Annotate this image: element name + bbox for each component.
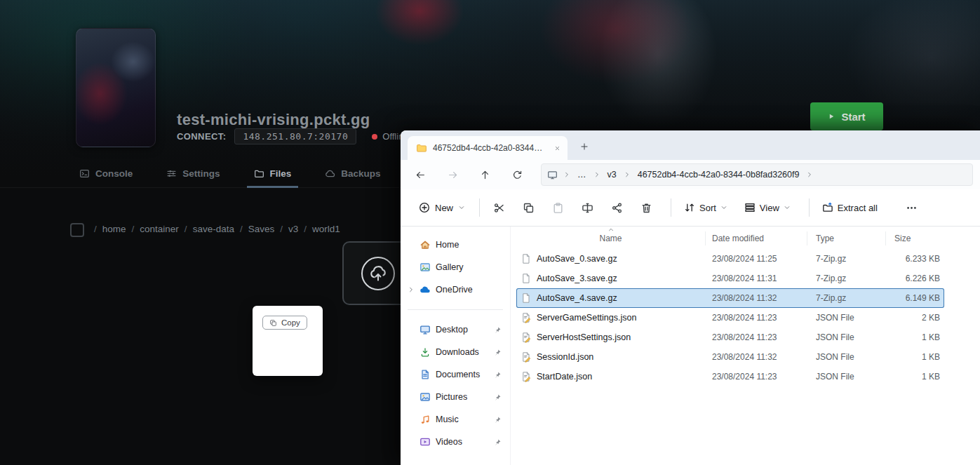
file-date-modified: 23/08/2024 11:23 bbox=[706, 313, 807, 323]
address-segment[interactable]: … bbox=[573, 168, 591, 181]
breadcrumb-segment[interactable]: save-data bbox=[193, 224, 234, 234]
up-button[interactable] bbox=[474, 164, 496, 185]
view-icon bbox=[744, 202, 756, 213]
toolbar-divider bbox=[809, 198, 810, 217]
file-icon bbox=[521, 253, 532, 264]
sort-button-label: Sort bbox=[699, 203, 716, 213]
file-type: 7-Zip.gz bbox=[807, 274, 886, 283]
new-tab-button[interactable] bbox=[577, 140, 591, 154]
file-row[interactable]: AutoSave_0.save.gz23/08/2024 11:257-Zip.… bbox=[516, 249, 944, 269]
sidebar-item-pictures[interactable]: Pictures bbox=[403, 386, 507, 408]
explorer-tab[interactable]: 46752db4-4ccb-42a0-8344-0b8fad3260f9 bbox=[408, 136, 568, 160]
breadcrumb-segment[interactable]: Saves bbox=[248, 224, 275, 234]
sort-button[interactable]: Sort bbox=[678, 198, 733, 217]
chevron-right-icon bbox=[806, 171, 813, 178]
share-button[interactable] bbox=[605, 196, 629, 220]
json-file-icon bbox=[521, 332, 532, 343]
more-options-button[interactable] bbox=[900, 196, 924, 220]
copy-file-button[interactable] bbox=[516, 196, 540, 220]
breadcrumb-segment[interactable]: world1 bbox=[312, 224, 340, 234]
forward-button[interactable] bbox=[441, 164, 464, 185]
breadcrumb-segment[interactable]: v3 bbox=[288, 224, 298, 234]
sidebar-item-onedrive[interactable]: OneDrive bbox=[403, 278, 507, 301]
file-row[interactable]: StartDate.json23/08/2024 11:23JSON File1… bbox=[516, 367, 944, 386]
sidebar-item-videos[interactable]: Videos bbox=[403, 431, 507, 453]
extract-all-button[interactable]: Extract all bbox=[817, 198, 883, 217]
file-name-cell: StartDate.json bbox=[516, 371, 706, 382]
copy-button[interactable]: Copy bbox=[262, 316, 307, 330]
start-button[interactable]: Start bbox=[810, 102, 883, 130]
sidebar-item-home[interactable]: Home bbox=[403, 234, 507, 256]
rename-button[interactable] bbox=[575, 196, 599, 220]
connect-label: CONNECT: bbox=[177, 131, 226, 142]
breadcrumb-segment[interactable]: container bbox=[140, 224, 179, 234]
gallery-icon bbox=[419, 262, 431, 273]
sidebar-item-documents[interactable]: Documents bbox=[403, 363, 507, 386]
file-row[interactable]: AutoSave_4.save.gz23/08/2024 11:327-Zip.… bbox=[516, 288, 944, 308]
file-row[interactable]: SessionId.json23/08/2024 11:32JSON File1… bbox=[516, 347, 944, 367]
column-header-label: Size bbox=[894, 234, 911, 243]
file-date-modified: 23/08/2024 11:23 bbox=[706, 332, 807, 342]
delete-button[interactable] bbox=[634, 196, 658, 220]
address-segment[interactable]: v3 bbox=[603, 168, 621, 181]
column-header-size[interactable]: Size bbox=[886, 231, 944, 245]
address-bar[interactable]: …v346752db4-4ccb-42a0-8344-0b8fad3260f9 bbox=[541, 163, 973, 186]
tab-close-icon[interactable] bbox=[551, 142, 563, 154]
file-name-cell: SessionId.json bbox=[516, 351, 706, 363]
breadcrumb-separator: / bbox=[240, 224, 243, 234]
file-row[interactable]: ServerGameSettings.json23/08/2024 11:23J… bbox=[516, 308, 944, 328]
breadcrumb-separator: / bbox=[184, 224, 187, 234]
file-date-modified: 23/08/2024 11:32 bbox=[706, 293, 807, 303]
sidebar-item-gallery[interactable]: Gallery bbox=[403, 256, 507, 278]
explorer-addressbar-row: …v346752db4-4ccb-42a0-8344-0b8fad3260f9 bbox=[401, 160, 980, 189]
address-segment[interactable]: 46752db4-4ccb-42a0-8344-0b8fad3260f9 bbox=[633, 168, 804, 181]
tab-label: Backups bbox=[341, 168, 380, 179]
file-size: 2 KB bbox=[886, 313, 944, 323]
chevron-right-icon[interactable] bbox=[408, 286, 415, 293]
tab-label: Files bbox=[270, 168, 292, 179]
copy-icon bbox=[523, 202, 535, 214]
file-name-cell: AutoSave_3.save.gz bbox=[516, 273, 706, 284]
file-name: StartDate.json bbox=[537, 372, 592, 382]
tab-settings[interactable]: Settings bbox=[159, 160, 227, 187]
back-button[interactable] bbox=[409, 164, 431, 185]
sidebar-item-music[interactable]: Music bbox=[403, 408, 507, 431]
chevron-right-icon bbox=[593, 171, 600, 178]
column-headers: Name Date modified Type Size bbox=[516, 229, 980, 248]
toolbar-divider bbox=[671, 198, 671, 217]
folder-icon bbox=[416, 142, 427, 154]
file-size: 6.233 KB bbox=[886, 254, 944, 264]
file-list-pane: Name Date modified Type Size AutoSave_0.… bbox=[511, 227, 980, 465]
sidebar-item-label: Desktop bbox=[436, 325, 489, 335]
view-button[interactable]: View bbox=[739, 198, 796, 217]
column-header-label: Type bbox=[816, 234, 834, 243]
explorer-body: HomeGalleryOneDriveDesktopDownloadsDocum… bbox=[401, 227, 980, 465]
pin-icon bbox=[494, 416, 502, 424]
select-all-checkbox[interactable] bbox=[70, 223, 84, 237]
connect-address[interactable]: 148.251.80.7:20170 bbox=[234, 128, 356, 144]
file-row[interactable]: ServerHostSettings.json23/08/2024 11:23J… bbox=[516, 328, 944, 347]
tab-console[interactable]: Console bbox=[72, 160, 140, 187]
pin-icon bbox=[494, 349, 502, 356]
refresh-button[interactable] bbox=[506, 164, 528, 185]
paste-button[interactable] bbox=[546, 196, 570, 220]
file-row[interactable]: AutoSave_3.save.gz23/08/2024 11:317-Zip.… bbox=[516, 269, 944, 288]
tab-files[interactable]: Files bbox=[247, 160, 299, 187]
column-header-name[interactable]: Name bbox=[516, 231, 706, 245]
explorer-tab-title: 46752db4-4ccb-42a0-8344-0b8fad3260f9 bbox=[433, 143, 545, 153]
folder-icon bbox=[254, 168, 264, 179]
new-button[interactable]: New bbox=[412, 198, 472, 217]
sidebar-item-label: Home bbox=[436, 240, 502, 250]
breadcrumb-segment[interactable]: home bbox=[102, 224, 126, 234]
column-header-date-modified[interactable]: Date modified bbox=[706, 231, 807, 245]
onedrive-icon bbox=[419, 284, 431, 295]
sidebar-item-downloads[interactable]: Downloads bbox=[403, 341, 507, 363]
chevron-right-icon bbox=[563, 171, 570, 178]
column-header-type[interactable]: Type bbox=[807, 231, 886, 245]
cut-button[interactable] bbox=[487, 196, 511, 220]
videos-icon bbox=[419, 436, 431, 447]
file-name-cell: AutoSave_4.save.gz bbox=[516, 292, 706, 304]
tab-backups[interactable]: Backups bbox=[318, 160, 387, 187]
scissors-icon bbox=[493, 202, 505, 214]
sidebar-item-desktop[interactable]: Desktop bbox=[403, 318, 507, 341]
